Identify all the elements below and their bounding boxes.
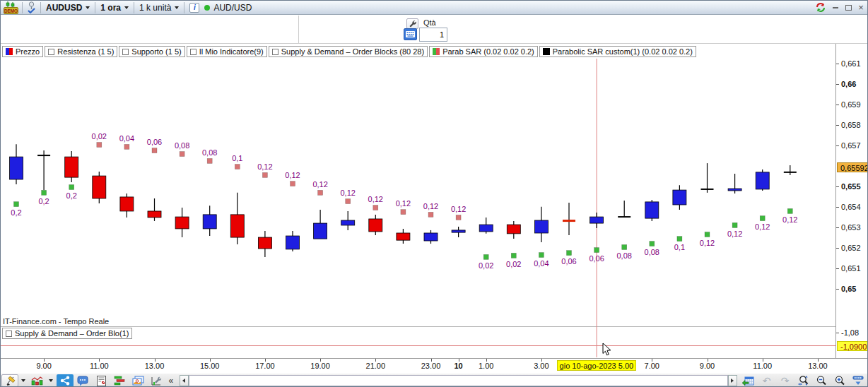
price-axis-label: 0,655 xyxy=(838,182,861,191)
time-axis-label: 19.00 xyxy=(298,362,343,370)
lower-axis-label: -1,08 xyxy=(838,328,859,337)
time-axis-label: 17.00 xyxy=(242,362,288,370)
svg-text:0,2: 0,2 xyxy=(11,208,21,217)
lower-legend: Supply & Demand – Order Blo(1) xyxy=(2,328,132,339)
legend-label: Supply & Demand – Order Blo(1) xyxy=(15,329,129,338)
price-axis-label: 0,657 xyxy=(838,141,861,150)
black-series-icon xyxy=(543,48,550,55)
legend-checkbox[interactable] xyxy=(48,49,54,55)
price-axis-label: 0,65 xyxy=(838,285,856,293)
legend-item[interactable]: Resistenza (1 5) xyxy=(45,46,117,57)
legend-label: Prezzo xyxy=(16,47,40,56)
legend-checkbox[interactable] xyxy=(6,331,12,337)
legend-label: Parabolic SAR custom(1) (0.02 0.02 0.2) xyxy=(553,47,693,56)
legend-label: Resistenza (1 5) xyxy=(57,47,114,56)
svg-text:0,12: 0,12 xyxy=(340,189,355,197)
svg-text:0,1: 0,1 xyxy=(674,243,685,251)
price-series-icon xyxy=(6,48,13,55)
legend-label: Parab SAR (0.02 0.02 0.2) xyxy=(442,47,534,56)
svg-text:0,08: 0,08 xyxy=(175,141,189,150)
svg-text:0,12: 0,12 xyxy=(782,215,797,224)
svg-text:0,1: 0,1 xyxy=(232,154,242,162)
legend-item[interactable]: Il Mio Indicatore(9) xyxy=(187,46,267,57)
svg-text:0,12: 0,12 xyxy=(755,222,770,231)
price-axis-label: 0,654 xyxy=(838,203,861,211)
svg-text:0,12: 0,12 xyxy=(312,180,327,189)
svg-text:0,08: 0,08 xyxy=(645,248,659,256)
time-axis[interactable]: 9.0011.0013.0015.0017.0019.0021.0023.001… xyxy=(1,358,868,374)
legend-checkbox[interactable] xyxy=(122,49,129,55)
legend-item[interactable]: Supporto (1 5) xyxy=(119,46,184,57)
legend-label: Supply & Demand – Order Blocks (80 28) xyxy=(281,47,424,56)
svg-text:0,12: 0,12 xyxy=(396,199,411,208)
svg-text:0,04: 0,04 xyxy=(119,134,134,143)
last-price-marker: 0,65592 xyxy=(837,162,868,172)
svg-text:0,06: 0,06 xyxy=(589,254,604,263)
svg-text:0,12: 0,12 xyxy=(285,171,300,179)
price-axis-label: 0,66 xyxy=(838,80,856,88)
svg-text:0,12: 0,12 xyxy=(423,202,438,210)
time-axis-label: 13.00 xyxy=(132,362,177,370)
feed-watermark: IT-Finance.com - Tempo Reale xyxy=(3,317,109,326)
legend-item[interactable]: Parabolic SAR custom(1) (0.02 0.02 0.2) xyxy=(539,46,696,57)
price-axis-label: 0,661 xyxy=(838,59,861,68)
svg-text:0,08: 0,08 xyxy=(202,148,217,157)
crosshair-date-marker: gio 10-ago-2023 5.00 xyxy=(557,360,637,371)
svg-text:0,06: 0,06 xyxy=(147,138,162,146)
svg-text:0,12: 0,12 xyxy=(700,239,715,247)
svg-text:0,12: 0,12 xyxy=(257,162,272,171)
legend-item[interactable]: Prezzo xyxy=(2,46,43,57)
legend-item[interactable]: Supply & Demand – Order Blo(1) xyxy=(2,328,132,339)
price-axis-label: 0,651 xyxy=(838,264,861,273)
svg-text:0,06: 0,06 xyxy=(561,257,576,266)
time-axis-label: 11.00 xyxy=(76,362,122,370)
legend-item[interactable]: Parab SAR (0.02 0.02 0.2) xyxy=(429,46,538,57)
trading-platform-window: DEMO AUDUSD 1 ora 1 k unità i xyxy=(0,0,868,387)
legend-item[interactable]: Supply & Demand – Order Blocks (80 28) xyxy=(269,46,428,57)
svg-text:0,2: 0,2 xyxy=(38,197,49,206)
time-axis-label: 1.00 xyxy=(464,362,509,370)
main-legend: PrezzoResistenza (1 5)Supporto (1 5)Il M… xyxy=(2,46,696,57)
svg-text:0,12: 0,12 xyxy=(451,205,466,213)
price-axis-label: 0,652 xyxy=(838,244,861,252)
svg-text:0,08: 0,08 xyxy=(616,251,631,260)
price-axis-label: 0,658 xyxy=(838,121,861,129)
time-axis-label: 21.00 xyxy=(353,362,398,370)
sar-series-icon xyxy=(433,48,440,55)
svg-text:0,04: 0,04 xyxy=(534,259,549,268)
svg-text:0,02: 0,02 xyxy=(92,132,107,141)
legend-label: Supporto (1 5) xyxy=(131,47,181,56)
price-axis-label: 0,659 xyxy=(838,100,861,109)
svg-text:0,12: 0,12 xyxy=(727,230,742,238)
svg-text:0,12: 0,12 xyxy=(368,195,383,203)
time-axis-label: 9.00 xyxy=(21,362,66,370)
crosshair-value-marker: -1,0900 xyxy=(837,341,868,351)
svg-text:0,2: 0,2 xyxy=(66,191,77,200)
legend-checkbox[interactable] xyxy=(272,49,278,55)
svg-text:0,02: 0,02 xyxy=(479,261,493,270)
legend-label: Il Mio Indicatore(9) xyxy=(199,47,264,56)
time-axis-label: 15.00 xyxy=(187,362,233,370)
price-axis[interactable]: 0,6610,660,6590,6580,6570,6550,6540,6530… xyxy=(835,44,868,358)
time-axis-label: 9.00 xyxy=(685,362,730,370)
time-axis-label: 13.00 xyxy=(795,362,840,370)
price-axis-label: 0,653 xyxy=(838,223,861,232)
svg-text:0,02: 0,02 xyxy=(506,260,521,268)
time-axis-label: 11.00 xyxy=(740,362,785,370)
legend-checkbox[interactable] xyxy=(190,49,197,55)
